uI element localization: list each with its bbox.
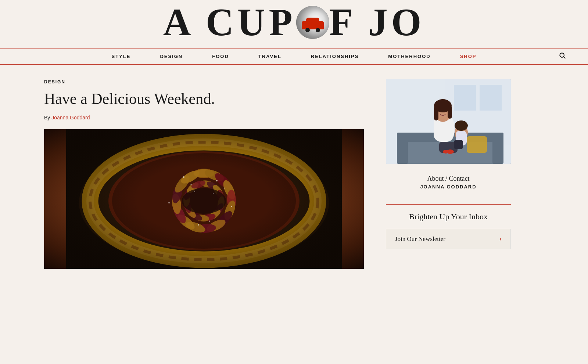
svg-point-0 <box>560 53 564 57</box>
nav-item-relationships[interactable]: RELATIONSHIPS <box>296 48 374 64</box>
nav-item-motherhood[interactable]: MOTHERHOOD <box>373 48 445 64</box>
author-image <box>386 79 511 164</box>
article-category: DESIGN <box>44 79 364 84</box>
sidebar-divider <box>386 204 511 205</box>
newsletter-button-label: Join Our Newsletter <box>395 235 445 243</box>
article: DESIGN Have a Delicious Weekend. By Joan… <box>44 79 364 269</box>
about-contact-label[interactable]: About / Contact <box>386 175 511 183</box>
logo-text-a: A CUP <box>163 0 296 44</box>
newsletter-title: Brighten Up Your Inbox <box>386 212 511 221</box>
article-title: Have a Delicious Weekend. <box>44 90 364 108</box>
nav-item-travel[interactable]: TRAVEL <box>244 48 296 64</box>
newsletter-section: Brighten Up Your Inbox Join Our Newslett… <box>386 212 511 249</box>
author-link[interactable]: Joanna Goddard <box>51 115 90 120</box>
site-header: A CUP F JO <box>0 0 588 44</box>
byline-prefix: By <box>44 115 50 120</box>
svg-point-72 <box>455 120 468 131</box>
svg-rect-53 <box>66 129 342 269</box>
main-content: DESIGN Have a Delicious Weekend. By Joan… <box>0 68 588 280</box>
svg-rect-58 <box>480 85 502 111</box>
svg-rect-62 <box>492 133 503 164</box>
author-name: JOANNA GODDARD <box>386 184 511 190</box>
nav-item-food[interactable]: FOOD <box>197 48 244 64</box>
svg-line-1 <box>564 57 566 59</box>
svg-rect-74 <box>454 140 463 149</box>
newsletter-arrow-icon: › <box>499 235 502 243</box>
svg-rect-70 <box>448 106 452 119</box>
nav-item-design[interactable]: DESIGN <box>145 48 197 64</box>
search-icon[interactable] <box>559 52 566 61</box>
article-image <box>44 129 364 269</box>
svg-rect-63 <box>467 136 487 153</box>
logo-text-f: F JO <box>329 0 425 44</box>
svg-rect-69 <box>434 106 438 120</box>
site-logo[interactable]: A CUP F JO <box>0 0 588 44</box>
svg-point-76 <box>443 150 449 154</box>
article-byline: By Joanna Goddard <box>44 115 364 120</box>
sidebar: About / Contact JOANNA GODDARD Brighten … <box>386 79 511 269</box>
logo-o-circle <box>296 6 329 39</box>
main-nav: STYLE DESIGN FOOD TRAVEL RELATIONSHIPS M… <box>0 48 588 65</box>
nav-item-style[interactable]: STYLE <box>97 48 145 64</box>
newsletter-button[interactable]: Join Our Newsletter › <box>386 229 511 249</box>
author-info: About / Contact JOANNA GODDARD <box>386 171 511 197</box>
svg-rect-61 <box>397 133 408 164</box>
nav-item-shop[interactable]: SHOP <box>445 48 491 64</box>
svg-rect-57 <box>454 85 476 111</box>
